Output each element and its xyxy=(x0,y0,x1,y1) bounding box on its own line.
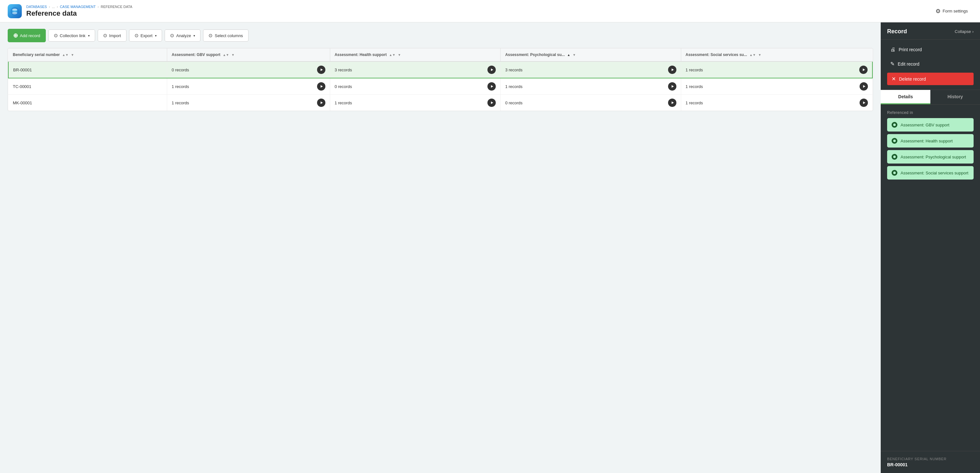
chevron-down-icon: ▾ xyxy=(88,34,90,37)
delete-icon: ✕ xyxy=(892,76,896,82)
svg-marker-13 xyxy=(491,102,493,104)
ref-dot xyxy=(892,154,897,160)
play-button-social[interactable] xyxy=(859,66,868,74)
play-button-psych[interactable] xyxy=(668,82,676,90)
panel-tabs: Details History xyxy=(881,90,980,105)
footer-field-value: BR-00001 xyxy=(887,462,974,467)
chevron-right-icon: › xyxy=(972,29,974,34)
page-title: Reference data xyxy=(26,9,931,17)
tab-details[interactable]: Details xyxy=(881,90,931,104)
cell-value-psych: 0 records xyxy=(505,100,522,105)
collection-link-button[interactable]: ⊙ Collection link ▾ xyxy=(48,29,95,41)
ref-item-ref-gbv[interactable]: Assessment: GBV support xyxy=(887,118,974,132)
sort-icon-gbv[interactable]: ▲▼ xyxy=(223,53,229,57)
breadcrumb-ref-data: REFERENCE DATA xyxy=(100,5,132,9)
ref-item-ref-social[interactable]: Assessment: Social services support xyxy=(887,166,974,179)
ref-label: Assessment: GBV support xyxy=(900,122,949,127)
cell-value-serial: MK-00001 xyxy=(13,100,32,105)
add-record-button[interactable]: ⊕ Add record xyxy=(8,29,46,42)
svg-point-17 xyxy=(893,140,896,142)
cell-serial: MK-00001 xyxy=(8,95,167,111)
cell-social: 1 records xyxy=(681,62,872,78)
ref-label: Assessment: Health support xyxy=(900,138,953,143)
play-button-psych[interactable] xyxy=(668,66,676,74)
table-row[interactable]: BR-000010 records3 records3 records1 rec… xyxy=(8,62,872,78)
export-button[interactable]: ⊙ Export ▾ xyxy=(129,29,162,41)
print-record-button[interactable]: 🖨 Print record xyxy=(887,44,974,55)
collapse-label: Collapse xyxy=(955,29,971,34)
import-label: Import xyxy=(109,33,121,38)
play-button-social[interactable] xyxy=(859,82,868,90)
cell-value-psych: 1 records xyxy=(505,84,522,89)
edit-icon: ✎ xyxy=(890,61,894,67)
play-button-health[interactable] xyxy=(487,66,496,74)
col-gbv[interactable]: Assessment: GBV support ▲▼ ▼ xyxy=(167,48,330,62)
play-button-gbv[interactable] xyxy=(317,66,325,74)
import-icon: ⊙ xyxy=(103,33,107,38)
breadcrumb-case-mgmt[interactable]: CASE MANAGEMENT xyxy=(60,5,96,9)
cell-value-serial: TC-00001 xyxy=(13,84,31,89)
col-serial[interactable]: Beneficiary serial number ▲▼ ▼ xyxy=(8,48,167,62)
analyze-button[interactable]: ⊙ Analyze ▾ xyxy=(165,29,200,41)
cell-value-health: 3 records xyxy=(335,68,352,72)
sort-icon-psych[interactable]: ▲ xyxy=(567,53,570,57)
svg-marker-12 xyxy=(321,102,323,104)
select-columns-button[interactable]: ⊙ Select columns xyxy=(203,29,248,41)
chevron-down-icon-analyze: ▾ xyxy=(193,34,195,37)
ref-item-ref-psych[interactable]: Assessment: Psychological support xyxy=(887,150,974,163)
col-social[interactable]: Assessment: Social services su... ▲▼ ▼ xyxy=(681,48,872,62)
svg-marker-7 xyxy=(863,68,865,71)
svg-marker-5 xyxy=(491,68,493,71)
panel-footer: BENEFICIARY SERIAL NUMBER BR-00001 xyxy=(881,451,980,473)
sort-icon-health[interactable]: ▲▼ xyxy=(389,53,396,57)
cell-value-social: 1 records xyxy=(686,84,703,89)
table-row[interactable]: TC-000011 records0 records1 records1 rec… xyxy=(8,78,872,95)
gear-icon: ⚙ xyxy=(935,8,940,15)
breadcrumb-parent[interactable]: ... xyxy=(52,5,55,9)
columns-icon: ⊙ xyxy=(208,33,213,38)
form-settings-button[interactable]: ⚙ Form settings xyxy=(931,5,972,17)
sort-icon-serial[interactable]: ▲▼ xyxy=(62,53,68,57)
table-header-row: Beneficiary serial number ▲▼ ▼ Assessmen… xyxy=(8,48,872,62)
panel-actions: 🖨 Print record ✎ Edit record ✕ Delete re… xyxy=(881,40,980,90)
play-button-gbv[interactable] xyxy=(317,82,325,90)
svg-marker-11 xyxy=(863,85,865,88)
col-psych-label: Assessment: Psychological su... xyxy=(505,52,565,57)
col-psych[interactable]: Assessment: Psychological su... ▲ ▼ xyxy=(501,48,681,62)
filter-icon-serial[interactable]: ▼ xyxy=(71,53,74,57)
cell-psych: 1 records xyxy=(501,78,681,95)
edit-record-button[interactable]: ✎ Edit record xyxy=(887,58,974,70)
play-button-psych[interactable] xyxy=(668,98,676,107)
col-social-label: Assessment: Social services su... xyxy=(686,52,747,57)
panel-title: Record xyxy=(887,28,907,35)
data-table: Beneficiary serial number ▲▼ ▼ Assessmen… xyxy=(8,48,873,111)
cell-value-psych: 3 records xyxy=(505,68,522,72)
ref-dot xyxy=(892,170,897,176)
svg-marker-4 xyxy=(321,68,323,71)
sort-icon-social[interactable]: ▲▼ xyxy=(749,53,756,57)
import-button[interactable]: ⊙ Import xyxy=(98,29,127,41)
collapse-button[interactable]: Collapse › xyxy=(955,29,974,34)
filter-icon-social[interactable]: ▼ xyxy=(758,53,761,57)
toolbar: ⊕ Add record ⊙ Collection link ▾ ⊙ Impor… xyxy=(8,29,873,42)
ref-item-ref-health[interactable]: Assessment: Health support xyxy=(887,134,974,148)
breadcrumb-databases[interactable]: DATABASES xyxy=(26,5,47,9)
play-button-gbv[interactable] xyxy=(317,98,325,107)
filter-icon-gbv[interactable]: ▼ xyxy=(232,53,235,57)
export-icon: ⊙ xyxy=(135,33,139,38)
form-settings-label: Form settings xyxy=(943,9,968,13)
filter-icon-health[interactable]: ▼ xyxy=(398,53,401,57)
add-record-label: Add record xyxy=(20,33,40,38)
filter-icon-psych[interactable]: ▼ xyxy=(573,53,576,57)
play-button-health[interactable] xyxy=(487,98,496,107)
svg-marker-14 xyxy=(671,102,674,104)
table-row[interactable]: MK-000011 records1 records0 records1 rec… xyxy=(8,95,872,111)
play-button-social[interactable] xyxy=(859,98,868,107)
play-button-health[interactable] xyxy=(487,82,496,90)
print-record-label: Print record xyxy=(899,47,922,52)
tab-history[interactable]: History xyxy=(931,90,980,104)
delete-record-button[interactable]: ✕ Delete record xyxy=(887,73,974,85)
print-icon: 🖨 xyxy=(890,47,896,52)
export-label: Export xyxy=(141,33,153,38)
col-health[interactable]: Assessment: Health support ▲▼ ▼ xyxy=(330,48,501,62)
